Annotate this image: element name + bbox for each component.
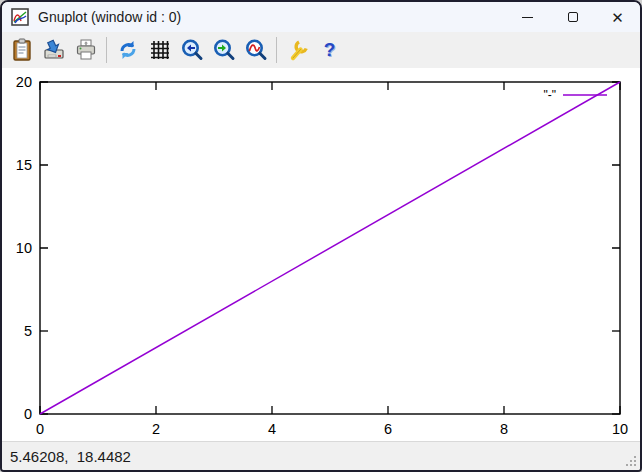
gnuplot-app-icon — [11, 8, 29, 26]
zoom-previous-icon — [180, 38, 204, 62]
svg-text:15: 15 — [16, 157, 32, 173]
svg-text:2: 2 — [152, 421, 160, 437]
statusbar: 5.46208, 18.4482 — [2, 441, 640, 470]
svg-text:5: 5 — [24, 323, 32, 339]
settings-button[interactable] — [283, 36, 312, 64]
refresh-icon — [116, 38, 140, 62]
svg-text:10: 10 — [16, 240, 32, 256]
help-button[interactable]: ? — [315, 36, 344, 64]
svg-text:"-": "-" — [543, 88, 556, 102]
gnuplot-window: Gnuplot (window id : 0) ✕ — [0, 0, 642, 472]
plot-area[interactable]: 024681005101520"-" — [2, 68, 640, 443]
previous-zoom-button[interactable] — [177, 36, 206, 64]
wrench-icon — [286, 38, 310, 62]
titlebar[interactable]: Gnuplot (window id : 0) ✕ — [2, 2, 640, 32]
zoom-next-icon — [212, 38, 236, 62]
svg-text:10: 10 — [612, 421, 628, 437]
replot-button[interactable] — [113, 36, 142, 64]
question-mark-icon: ? — [324, 39, 336, 61]
toolbar-separator — [106, 37, 107, 63]
resize-grip-icon[interactable] — [625, 455, 638, 468]
svg-text:0: 0 — [36, 421, 44, 437]
svg-text:4: 4 — [268, 421, 276, 437]
print-button[interactable] — [71, 36, 100, 64]
plot-canvas[interactable]: 024681005101520"-" — [2, 68, 640, 441]
save-icon — [42, 38, 66, 62]
next-zoom-button[interactable] — [209, 36, 238, 64]
maximize-button[interactable] — [550, 2, 595, 32]
svg-text:20: 20 — [16, 74, 32, 90]
maximize-icon — [568, 12, 578, 22]
toggle-grid-button[interactable] — [145, 36, 174, 64]
mouse-coordinates: 5.46208, 18.4482 — [10, 448, 131, 465]
close-button[interactable]: ✕ — [595, 2, 640, 32]
svg-text:8: 8 — [500, 421, 508, 437]
autoscale-button[interactable] — [241, 36, 270, 64]
copy-to-clipboard-button[interactable] — [7, 36, 36, 64]
svg-text:6: 6 — [384, 421, 392, 437]
save-button[interactable] — [39, 36, 68, 64]
grid-icon — [149, 39, 171, 61]
zoom-autoscale-icon — [244, 38, 268, 62]
clipboard-icon — [11, 38, 33, 62]
printer-icon — [74, 38, 98, 62]
toolbar-separator — [276, 37, 277, 63]
window-title: Gnuplot (window id : 0) — [38, 9, 505, 25]
minimize-button[interactable] — [505, 2, 550, 32]
toolbar: ? — [2, 32, 640, 68]
minimize-icon — [522, 17, 533, 18]
close-icon: ✕ — [611, 10, 624, 25]
svg-text:0: 0 — [24, 406, 32, 422]
